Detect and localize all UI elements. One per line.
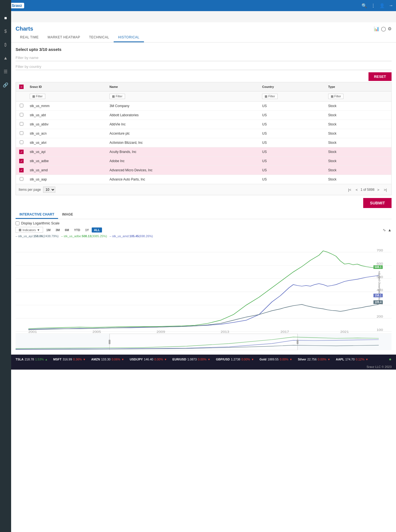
row-type-1: Stock bbox=[325, 111, 391, 120]
sidebar: ■ $ ₿ ▲ ☰ 🔗 bbox=[0, 0, 11, 532]
row-checkbox-1[interactable] bbox=[20, 113, 23, 117]
row-id-0: stk_us_mmm bbox=[27, 102, 107, 111]
sidebar-icon-chart[interactable]: ▲ bbox=[1, 54, 10, 62]
chart-type-icon[interactable]: ∿ bbox=[383, 228, 386, 232]
row-checkbox-4[interactable] bbox=[20, 140, 23, 144]
last-page-btn[interactable]: >| bbox=[382, 187, 388, 192]
log-scale-label[interactable]: Display Logarithmic Scale bbox=[21, 221, 59, 225]
indicators-button[interactable]: ▦ Indicators ▼ bbox=[16, 227, 43, 233]
ticker-usdjpy-price: 146.40 bbox=[144, 358, 153, 361]
first-page-btn[interactable]: |< bbox=[347, 187, 353, 192]
settings-icon[interactable]: ⚙ bbox=[388, 26, 392, 31]
filter-country-input[interactable] bbox=[16, 63, 392, 70]
next-page-btn[interactable]: > bbox=[375, 187, 381, 192]
reset-button[interactable]: RESET bbox=[368, 72, 392, 81]
time-ytd[interactable]: YTD bbox=[72, 227, 82, 232]
tab-technical[interactable]: TECHNICAL bbox=[84, 33, 114, 42]
ticker-amzn-price: 133.30 bbox=[101, 358, 111, 361]
sidebar-icon-dollar[interactable]: $ bbox=[1, 27, 10, 36]
col-country: Country bbox=[259, 82, 325, 91]
logo: Sravz bbox=[9, 3, 24, 8]
row-checkbox-2[interactable] bbox=[20, 122, 23, 126]
chart-tab-interactive[interactable]: INTERACTIVE CHART bbox=[16, 211, 58, 219]
ticker-amzn-change: 0.06% bbox=[112, 358, 120, 361]
filter-type[interactable]: ▦ Filter bbox=[328, 94, 344, 99]
footer: Sravz LLC © 2023 bbox=[11, 364, 396, 370]
svg-text:700: 700 bbox=[377, 249, 383, 252]
row-type-8: Stock bbox=[325, 175, 391, 184]
ticker-gbpusd-arrow: ▼ bbox=[251, 358, 254, 361]
time-1y[interactable]: 1Y bbox=[83, 227, 91, 232]
logout-icon[interactable]: → bbox=[389, 3, 393, 8]
sidebar-icon-link[interactable]: 🔗 bbox=[1, 81, 10, 89]
ticker-usdjpy-change: 0.00% bbox=[155, 358, 163, 361]
row-type-2: Stock bbox=[325, 120, 391, 129]
filter-name[interactable]: ▦ Filter bbox=[109, 94, 125, 99]
row-checkbox-cell-3 bbox=[16, 129, 27, 138]
ticker-gold-price: 1889.55 bbox=[268, 358, 279, 361]
image-icon[interactable]: ◯ bbox=[381, 26, 386, 31]
filter-sravz-id[interactable]: ▦ Filter bbox=[30, 94, 45, 99]
ticker-aapl-price: 174.70 bbox=[345, 358, 355, 361]
svg-text:100: 100 bbox=[377, 328, 383, 332]
row-checkbox-7[interactable] bbox=[19, 168, 24, 172]
ticker-msft-change: 0.36% bbox=[73, 358, 82, 361]
time-1m[interactable]: 1M bbox=[44, 227, 53, 232]
table-row: stk_us_abbv AbbVie Inc US Stock bbox=[16, 120, 391, 129]
row-country-2: US bbox=[259, 120, 325, 129]
account-icon[interactable]: 👤 bbox=[379, 3, 385, 8]
row-country-7: US bbox=[259, 166, 325, 175]
row-name-2: AbbVie Inc bbox=[107, 120, 259, 129]
time-all[interactable]: ALL bbox=[92, 227, 102, 232]
row-country-4: US bbox=[259, 138, 325, 147]
row-type-0: Stock bbox=[325, 102, 391, 111]
row-checkbox-8[interactable] bbox=[20, 177, 23, 181]
svg-text:600: 600 bbox=[377, 262, 383, 266]
ticker-usdjpy-arrow: ▼ bbox=[164, 358, 167, 361]
filter-name-row bbox=[16, 55, 392, 61]
row-name-7: Advanced Micro Devices, Inc bbox=[107, 166, 259, 175]
tab-realtime[interactable]: REAL TIME bbox=[16, 33, 43, 42]
ticker-gbpusd: GBP/USD 1.2738 0.00% ▼ bbox=[216, 358, 254, 361]
row-type-3: Stock bbox=[325, 129, 391, 138]
select-all-checkbox[interactable] bbox=[19, 85, 24, 89]
submit-button[interactable]: SUBMIT bbox=[363, 198, 392, 208]
tab-historical[interactable]: HISTORICAL bbox=[114, 33, 144, 42]
row-id-6: stk_us_adbe bbox=[27, 157, 107, 166]
chart-container: 700 600 500 400 300 200 100 2001 2005 20… bbox=[16, 239, 392, 333]
log-scale-checkbox[interactable] bbox=[16, 221, 19, 225]
row-checkbox-6[interactable] bbox=[19, 159, 24, 163]
row-id-3: stk_us_acn bbox=[27, 129, 107, 138]
row-checkbox-0[interactable] bbox=[20, 104, 23, 107]
svg-rect-23 bbox=[109, 340, 110, 344]
ticker-eurusd-name: EUR/USD bbox=[173, 358, 186, 361]
items-per-page-select[interactable]: 10 25 50 bbox=[43, 187, 55, 193]
row-checkbox-cell-6 bbox=[16, 157, 27, 166]
svg-text:2001: 2001 bbox=[28, 330, 37, 333]
time-3m[interactable]: 3M bbox=[53, 227, 62, 232]
share-icon[interactable]: ⋮ bbox=[371, 3, 375, 8]
prev-page-btn[interactable]: < bbox=[354, 187, 360, 192]
items-per-page-label: Items per page bbox=[19, 188, 41, 192]
sidebar-icon-settings[interactable]: ☰ bbox=[1, 67, 10, 76]
chart-expand-icon[interactable]: ▲ bbox=[388, 228, 392, 232]
header-icons: 📊 ◯ ⚙ bbox=[374, 26, 392, 31]
row-checkbox-3[interactable] bbox=[20, 131, 23, 135]
time-6m[interactable]: 6M bbox=[63, 227, 71, 232]
sidebar-icon-home[interactable]: ■ bbox=[1, 14, 10, 22]
filter-country[interactable]: ▦ Filter bbox=[262, 94, 278, 99]
search-icon[interactable]: 🔍 bbox=[362, 3, 367, 8]
footer-copyright: Sravz LLC © 2023 bbox=[367, 365, 392, 368]
table-row: stk_us_adbe Adobe Inc US Stock bbox=[16, 157, 391, 166]
chart-icon[interactable]: 📊 bbox=[374, 26, 379, 31]
tab-heatmap[interactable]: MARKET HEATMAP bbox=[43, 33, 84, 42]
filter-name-input[interactable] bbox=[16, 55, 392, 61]
ticker-msft-arrow: ▼ bbox=[83, 358, 86, 361]
row-country-3: US bbox=[259, 129, 325, 138]
ticker-tsla-name: TSLA bbox=[16, 358, 24, 361]
sidebar-icon-bitcoin[interactable]: ₿ bbox=[1, 41, 10, 49]
svg-text:2013: 2013 bbox=[221, 330, 229, 333]
chart-tab-image[interactable]: IMAGE bbox=[58, 211, 77, 219]
row-checkbox-5[interactable] bbox=[19, 150, 24, 154]
row-checkbox-cell-7 bbox=[16, 166, 27, 175]
